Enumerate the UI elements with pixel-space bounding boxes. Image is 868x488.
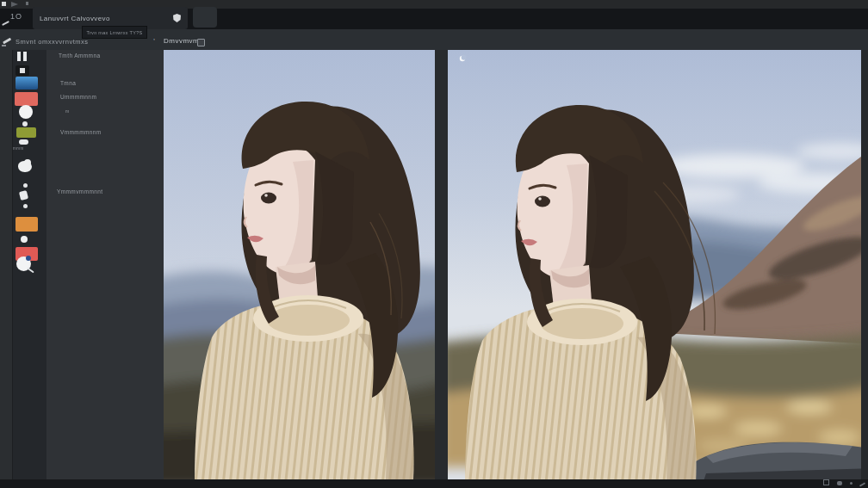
blue-swatch[interactable] bbox=[16, 77, 38, 90]
status-grid-icon[interactable] bbox=[823, 479, 829, 485]
document-label: Smvnt omxxvvrnvtmxs bbox=[16, 38, 89, 46]
cloud-blob-icon bbox=[24, 159, 31, 166]
sidebar-label: m bbox=[65, 108, 70, 114]
status-dot-icon[interactable] bbox=[850, 482, 852, 485]
window-square-icon[interactable] bbox=[2, 2, 6, 6]
white-circle-tool[interactable] bbox=[19, 105, 33, 119]
pause-bars-icon[interactable] bbox=[23, 52, 27, 61]
green-swatch[interactable] bbox=[16, 127, 36, 138]
sidebar-panel bbox=[46, 50, 164, 479]
right-image[interactable] bbox=[448, 50, 861, 479]
separator-mark: ’ bbox=[153, 37, 155, 46]
sidebar-label: Tmna bbox=[60, 80, 76, 86]
sidebar-label: Vmmmmmnnm bbox=[60, 129, 102, 135]
tab-close-icon[interactable] bbox=[197, 39, 205, 46]
pause-bars-icon[interactable] bbox=[17, 52, 21, 61]
status-blob-icon[interactable] bbox=[837, 481, 842, 485]
small-dot-icon[interactable] bbox=[23, 204, 28, 208]
small-dot-icon[interactable] bbox=[23, 183, 28, 188]
white-dot-icon[interactable] bbox=[21, 236, 28, 243]
aux-button[interactable] bbox=[193, 7, 217, 28]
sidebar-label: Ummmmnnm bbox=[60, 94, 96, 100]
orange-swatch[interactable] bbox=[16, 217, 38, 232]
tooltip: Trvn max Lrnwrxx TY?S bbox=[82, 26, 147, 39]
flag-icon[interactable] bbox=[11, 2, 18, 7]
tooltip-text: Trvn max Lrnwrxx TY?S bbox=[87, 30, 143, 35]
dot-icon bbox=[26, 2, 28, 5]
mini-rounded-icon[interactable] bbox=[19, 139, 28, 145]
left-photo bbox=[164, 50, 435, 479]
history-count: 1O bbox=[10, 12, 22, 21]
sidebar-label: Tmth Ammmna bbox=[59, 53, 100, 59]
shield-icon[interactable] bbox=[173, 14, 181, 22]
square-tool-glyph bbox=[20, 68, 25, 73]
sidebar-edge-column bbox=[0, 50, 13, 479]
circle-pen-blue-cap bbox=[26, 256, 31, 261]
right-edge-panel bbox=[861, 50, 868, 479]
small-dot-icon[interactable] bbox=[22, 121, 28, 127]
bottom-status-bar bbox=[0, 479, 868, 488]
left-image[interactable] bbox=[164, 50, 435, 479]
right-photo bbox=[448, 50, 861, 479]
app-window: 1O Lanuvvrt Calvovvevo Trvn max Lrnwrxx … bbox=[0, 0, 868, 488]
sidebar-label: Ymmmvmmmnnt bbox=[57, 188, 103, 195]
mini-strip-label: mmm bbox=[13, 146, 24, 151]
edit-pencil-base bbox=[2, 45, 6, 46]
address-text[interactable]: Lanuvvrt Calvovvevo bbox=[40, 15, 110, 22]
red-swatch[interactable] bbox=[15, 92, 38, 106]
